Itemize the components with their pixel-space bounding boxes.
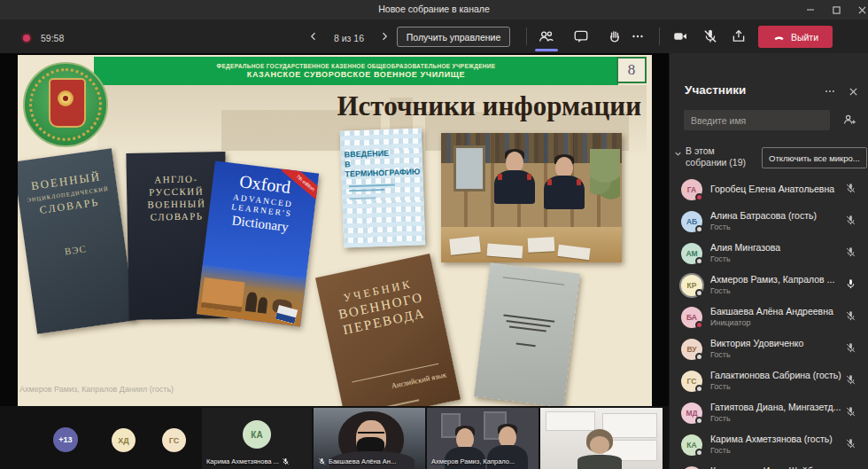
slide-header-line2: КАЗАНСКОЕ СУВОРОВСКОЕ ВОЕННОЕ УЧИЛИЩЕ [247, 70, 465, 79]
participant-row[interactable]: ГС Галактионова Сабрина (гость) Гость [670, 365, 868, 397]
book-terminography-intro: ВВЕДЕНИЕ В ТЕРМИНОГРАФИЮ [340, 128, 426, 247]
microphone-muted-icon[interactable] [845, 438, 856, 449]
video-tile-bright-room[interactable] [540, 408, 663, 469]
presence-badge [695, 417, 703, 425]
participant-role: Гость [710, 414, 731, 423]
prev-slide-button[interactable] [305, 27, 322, 45]
cadets-photo [441, 133, 622, 262]
share-screen-icon[interactable] [728, 27, 749, 46]
school-emblem-icon [23, 62, 108, 147]
participant-bubble[interactable]: ХД [112, 428, 136, 452]
book-monogram: ВЭС [26, 238, 126, 262]
overflow-count: +13 [58, 435, 72, 444]
tile-name-label: Карима Ахметзянова ... [206, 457, 279, 465]
microphone-muted-icon[interactable] [845, 183, 856, 194]
presence-badge [695, 225, 703, 233]
overflow-participants-badge[interactable]: +13 [53, 427, 78, 452]
avatar-initials: АМ [686, 249, 697, 258]
book-subtitle: Английский язык [391, 370, 447, 390]
meeting-toolbar: 59:58 8 из 16 Получить управление [0, 20, 868, 53]
maximize-button[interactable] [826, 3, 846, 17]
chat-icon[interactable] [570, 27, 592, 46]
section-chevron-icon[interactable] [673, 149, 683, 159]
leave-button[interactable]: Выйти [758, 26, 833, 48]
camera-icon[interactable] [670, 27, 691, 46]
book-oxford-dictionary: 7th edition Oxford ADVANCED LEARNER'S Di… [197, 160, 319, 326]
microphone-muted-icon[interactable] [845, 246, 856, 258]
presence-badge [695, 289, 703, 297]
meeting-timer: 59:58 [41, 33, 64, 43]
tile-name-label: Бакшаева Алёна Ан... [329, 457, 396, 465]
participant-row[interactable]: ГА Горобец Елена Анатольевна [670, 174, 868, 206]
microphone-muted-icon[interactable] [845, 215, 856, 226]
slide-header-band: ФЕДЕРАЛЬНОЕ ГОСУДАРСТВЕННОЕ КАЗЕННОЕ ОБЩ… [94, 57, 618, 85]
slide: ФЕДЕРАЛЬНОЕ ГОСУДАРСТВЕННОЕ КАЗЕННОЕ ОБЩ… [18, 55, 652, 406]
microphone-muted-icon[interactable] [700, 27, 721, 46]
participant-role: Гость [710, 223, 731, 231]
slide-number-badge: 8 [616, 57, 647, 83]
presence-badge [695, 193, 703, 201]
participant-row[interactable]: Королькова Инга, Шайбако... [670, 461, 868, 469]
next-slide-button[interactable] [376, 27, 393, 45]
participant-row[interactable]: ВУ Виктория Удовиченко Гость [670, 333, 868, 365]
titlebar: Новое собрание в канале [0, 0, 868, 20]
hangup-icon [772, 30, 786, 43]
presenter-watermark: Ахмеров Рамиз, Капралов Даниил (гость) [19, 385, 174, 394]
avatar-initials: ГА [687, 185, 696, 194]
close-window-button[interactable] [852, 3, 868, 17]
participant-tile-initials[interactable]: КА Карима Ахметзянова ... [202, 408, 312, 469]
panel-more-options-icon[interactable] [822, 85, 838, 98]
leave-button-label: Выйти [791, 32, 818, 43]
participant-name: Горобец Елена Анатольевна [710, 184, 841, 194]
presentation-stage: ФЕДЕРАЛЬНОЕ ГОСУДАРСТВЕННОЕ КАЗЕННОЕ ОБЩ… [0, 53, 669, 408]
presence-badge [695, 321, 703, 329]
book-military-translation-textbook: УЧЕБНИК ВОЕННОГО ПЕРЕВОДА Английский язы… [315, 254, 461, 406]
presence-badge [695, 257, 703, 265]
participant-role: Гость [710, 286, 731, 295]
participant-name: Ахмеров Рамиз, Капралов ... [710, 274, 841, 285]
video-tile-akhmerov-kapralov[interactable]: Ахмеров Рамиз, Капрало... [427, 408, 539, 469]
more-actions-icon[interactable] [627, 27, 648, 46]
participant-name: Карима Ахметзянова (гость) [710, 434, 841, 444]
toolbar-divider [526, 27, 527, 45]
take-control-button[interactable]: Получить управление [397, 27, 510, 47]
participants-active-underline [535, 49, 558, 51]
teams-meeting-window: Новое собрание в канале 59:58 8 из 16 По… [0, 0, 868, 469]
participants-panel: Участники В этом собрании (19) Отключить… [669, 53, 868, 469]
add-person-icon[interactable] [842, 113, 856, 127]
participant-row[interactable]: БА Бакшаева Алёна Андреевна Инициатор [670, 301, 868, 333]
microphone-muted-icon [282, 457, 290, 465]
minimize-button[interactable] [801, 3, 820, 17]
search-input[interactable] [684, 110, 830, 130]
participant-name: Гатиятова Диана, Мингазетд... [710, 402, 841, 412]
microphone-muted-icon[interactable] [845, 342, 856, 354]
book-gray-manual [474, 262, 580, 406]
participant-row[interactable]: АМ Алия Мингазова Гость [670, 238, 868, 270]
microphone-muted-icon[interactable] [845, 406, 856, 418]
participants-icon[interactable] [535, 27, 556, 46]
video-tile-bakshaeva[interactable]: Бакшаева Алёна Ан... [314, 408, 425, 469]
slide-header-line1: ФЕДЕРАЛЬНОЕ ГОСУДАРСТВЕННОЕ КАЗЕННОЕ ОБЩ… [217, 63, 496, 69]
participant-row[interactable]: АБ Алина Батрасова (гость) Гость [670, 206, 868, 238]
avatar-initials: КА [251, 430, 262, 440]
avatar-initials: КР [687, 281, 697, 290]
panel-close-icon[interactable] [845, 85, 861, 98]
microphone-muted-icon[interactable] [845, 374, 856, 386]
book-military-encyclopedic-dictionary: ВОЕННЫЙ ЭНЦИКЛОПЕДИЧЕСКИЙ СЛОВАРЬ ВЭС [18, 148, 136, 334]
microphone-muted-icon [318, 457, 326, 465]
participant-row[interactable]: МД Гатиятова Диана, Мингазетд... Гость [670, 397, 868, 429]
avatar-initials: ХД [118, 436, 128, 445]
microphone-muted-icon[interactable] [845, 310, 856, 322]
participant-row[interactable]: КР Ахмеров Рамиз, Капралов ... Гость [670, 270, 868, 301]
participant-role: Гость [710, 254, 731, 263]
presence-badge [695, 353, 703, 361]
participant-row[interactable]: КА Карима Ахметзянова (гость) Гость [670, 429, 868, 461]
participant-role: Гость [710, 382, 731, 391]
avatar-initials: КА [686, 441, 696, 449]
microphone-on-icon[interactable] [845, 278, 856, 290]
avatar-initials: ГС [687, 377, 697, 386]
raise-hand-icon[interactable] [604, 27, 625, 46]
participant-name: Королькова Инга, Шайбако... [710, 465, 841, 469]
mute-all-button[interactable]: Отключить все микро... [762, 147, 867, 168]
participant-bubble[interactable]: ГС [162, 428, 186, 452]
